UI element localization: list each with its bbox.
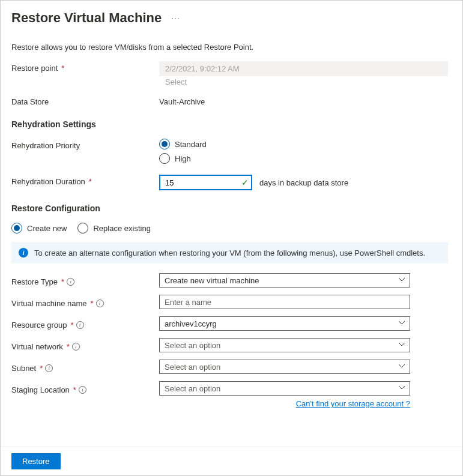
radio-icon: [159, 139, 170, 149]
radio-icon: [11, 223, 22, 233]
virtual-network-label: Virtual network* i: [11, 340, 159, 351]
resource-group-select[interactable]: archivev1ccyrg: [159, 316, 410, 331]
info-icon[interactable]: i: [96, 300, 104, 307]
virtual-network-select[interactable]: Select an option: [159, 338, 410, 352]
rehydration-duration-input[interactable]: [159, 175, 252, 190]
info-icon[interactable]: i: [72, 343, 80, 351]
restore-config-replace-existing[interactable]: Replace existing: [77, 223, 150, 233]
restore-type-label: Restore Type* i: [11, 275, 159, 286]
restore-config-create-new[interactable]: Create new: [11, 223, 67, 233]
restore-point-value: 2/2/2021, 9:02:12 AM: [159, 61, 448, 76]
rehydration-priority-standard[interactable]: Standard: [159, 139, 448, 149]
page-title: Restore Virtual Machine: [11, 10, 162, 26]
restore-point-label: Restore point*: [11, 61, 159, 73]
info-icon[interactable]: i: [79, 386, 86, 394]
info-icon[interactable]: i: [45, 364, 53, 372]
duration-suffix: days in backup data store: [259, 178, 348, 187]
vm-name-label: Virtual machine name* i: [11, 297, 159, 308]
radio-icon: [159, 153, 170, 164]
info-icon[interactable]: i: [76, 321, 84, 329]
resource-group-label: Resource group* i: [11, 318, 159, 330]
subnet-label: Subnet* i: [11, 361, 159, 373]
description-text: Restore allows you to restore VM/disks f…: [11, 43, 448, 52]
staging-location-label: Staging Location* i: [11, 383, 159, 394]
rehydration-priority-high[interactable]: High: [159, 153, 448, 164]
staging-location-select[interactable]: Select an option: [159, 381, 410, 396]
more-button[interactable]: ···: [171, 13, 180, 23]
rehydration-priority-label: Rehydration Priority: [11, 139, 159, 150]
info-banner: i To create an alternate configuration w…: [11, 242, 448, 264]
storage-account-link[interactable]: Can't find your storage account ?: [296, 399, 410, 408]
restore-config-heading: Restore Configuration: [11, 203, 448, 213]
rehydration-heading: Rehydration Settings: [11, 119, 448, 129]
subnet-select[interactable]: Select an option: [159, 360, 410, 374]
radio-icon: [77, 223, 88, 233]
vm-name-input[interactable]: [159, 295, 410, 309]
restore-type-select[interactable]: Create new virtual machine: [159, 273, 410, 288]
info-icon: i: [19, 248, 28, 258]
restore-point-select-link[interactable]: Select: [159, 76, 448, 86]
data-store-value: Vault-Archive: [159, 95, 448, 106]
restore-button[interactable]: Restore: [11, 453, 61, 469]
info-icon[interactable]: i: [67, 278, 74, 286]
rehydration-duration-label: Rehydration Duration*: [11, 175, 159, 186]
data-store-label: Data Store: [11, 95, 159, 106]
